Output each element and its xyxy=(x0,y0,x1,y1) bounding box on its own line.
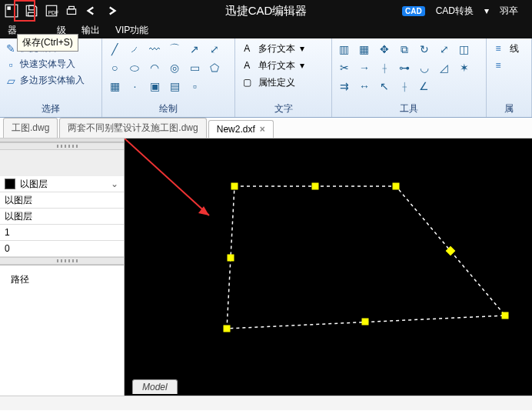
svg-line-8 xyxy=(125,139,209,215)
mtext-button[interactable]: A多行文本▾ xyxy=(240,42,327,55)
leader-tool-icon[interactable]: ↖ xyxy=(377,78,392,94)
svg-rect-6 xyxy=(67,9,75,15)
tab-doc1[interactable]: 工图.dwg xyxy=(3,118,58,138)
line-label: 线 xyxy=(510,42,519,55)
polygon-shape xyxy=(125,139,532,396)
user-name[interactable]: 羽卒 xyxy=(500,5,518,18)
offset-tool-icon[interactable]: ◫ xyxy=(457,42,472,57)
move-tool-icon[interactable]: ✥ xyxy=(377,42,392,57)
svg-rect-10 xyxy=(231,183,238,189)
chamfer-tool-icon[interactable]: ◿ xyxy=(437,60,452,75)
hatch-tool-icon[interactable]: ▦ xyxy=(107,78,122,94)
svg-rect-12 xyxy=(393,183,399,189)
block-tool-icon[interactable]: ▣ xyxy=(147,78,162,94)
rect-tool-icon[interactable]: ▭ xyxy=(187,60,202,75)
panel-grip[interactable] xyxy=(0,142,124,150)
attrdef-button[interactable]: ▢属性定义 xyxy=(240,75,327,89)
prop-row-2[interactable]: 以图层 xyxy=(0,209,124,225)
undo-icon[interactable] xyxy=(85,4,98,18)
svg-text:PDF: PDF xyxy=(48,10,59,15)
pdf-icon[interactable]: PDF xyxy=(45,4,58,18)
line-style-button[interactable]: ≡线 xyxy=(491,42,527,55)
copy-tool-icon[interactable]: ⧉ xyxy=(397,42,412,57)
drawing-canvas[interactable]: Model xyxy=(125,139,532,396)
attrdef-label: 属性定义 xyxy=(258,76,295,89)
redo-icon[interactable] xyxy=(105,4,118,18)
tab-doc1-label: 工图.dwg xyxy=(12,122,49,135)
trim-tool-icon[interactable]: ✂ xyxy=(337,60,352,75)
menu-item-output[interactable]: 输出 xyxy=(74,22,108,38)
lines2-icon[interactable]: ≡ xyxy=(491,58,505,72)
tab-doc2-label: 两套不同别墅设计及施工图.dwg xyxy=(68,122,198,135)
polyline-tool-icon[interactable]: ⟋ xyxy=(127,42,142,57)
join-tool-icon[interactable]: ⊶ xyxy=(397,60,412,75)
svg-rect-14 xyxy=(502,312,508,319)
print-icon[interactable] xyxy=(65,4,78,18)
ray-tool-icon[interactable]: ↗ xyxy=(187,42,202,57)
extend-tool-icon[interactable]: → xyxy=(357,60,372,75)
explode-tool-icon[interactable]: ✶ xyxy=(457,60,472,75)
angle-tool-icon[interactable]: ∠ xyxy=(417,78,432,94)
align-tool-icon[interactable]: ⇉ xyxy=(337,78,352,94)
path-panel: 路径 xyxy=(0,265,124,396)
polygon-tool-icon[interactable]: ⬠ xyxy=(207,60,222,75)
spline-tool-icon[interactable]: 〰 xyxy=(147,42,162,57)
attrdef-icon: ▢ xyxy=(240,75,254,89)
model-tab[interactable]: Model xyxy=(132,379,178,394)
document-tabs: 工图.dwg 两套不同别墅设计及施工图.dwg New2.dxf× xyxy=(0,118,532,139)
title-bar: PDF 迅捷CAD编辑器 CAD CAD转换 ▾ 羽卒 xyxy=(0,0,532,22)
fillet-tool-icon[interactable]: ◡ xyxy=(417,60,432,75)
dropdown-icon[interactable]: ▾ xyxy=(300,60,304,71)
panel-prop-label: 属 xyxy=(491,101,527,115)
tab-doc2[interactable]: 两套不同别墅设计及施工图.dwg xyxy=(59,118,206,138)
arc2-tool-icon[interactable]: ◠ xyxy=(147,60,162,75)
measure-tool-icon[interactable]: ⟊ xyxy=(397,78,412,94)
panel-text: A多行文本▾ A单行文本▾ ▢属性定义 文字 xyxy=(235,38,332,117)
polygon-entity-button[interactable]: ▱多边形实体输入 xyxy=(5,74,97,87)
donut-tool-icon[interactable]: ◎ xyxy=(167,60,182,75)
table-tool-icon[interactable]: ▤ xyxy=(167,78,182,94)
arc-tool-icon[interactable]: ⌒ xyxy=(167,42,182,57)
svg-rect-16 xyxy=(224,326,230,332)
app-title: 迅捷CAD编辑器 xyxy=(225,4,308,18)
prop-row-1[interactable]: 以图层 xyxy=(0,192,124,209)
scale-tool-icon[interactable]: ⤢ xyxy=(437,42,452,57)
fast-entity-label: 快速实体导入 xyxy=(20,58,75,71)
panel-text-label: 文字 xyxy=(240,101,327,115)
line-tool-icon[interactable]: ╱ xyxy=(107,42,122,57)
xline-tool-icon[interactable]: ⤢ xyxy=(207,42,222,57)
ribbon: ✎快捷编辑 ▫快速实体导入 ▱多边形实体输入 选择 ╱ ⟋ 〰 ⌒ ↗ ⤢ ○ … xyxy=(0,38,532,118)
prop-row-3[interactable]: 1 xyxy=(0,225,124,241)
break-tool-icon[interactable]: ⟊ xyxy=(377,60,392,75)
close-icon[interactable]: × xyxy=(260,124,265,135)
chevron-down-icon[interactable]: ⌄ xyxy=(110,179,119,189)
box-tool-icon[interactable]: ▫ xyxy=(187,78,202,94)
ellipse-tool-icon[interactable]: ⬭ xyxy=(127,60,142,75)
panel-tools-label: 工具 xyxy=(337,101,481,115)
array-tool-icon[interactable]: ▦ xyxy=(357,42,372,57)
menu-item-vip[interactable]: VIP功能 xyxy=(108,22,156,38)
panel-prop: ≡线 ≡ 属 xyxy=(487,38,532,117)
stext-button[interactable]: A单行文本▾ xyxy=(240,58,327,72)
svg-rect-3 xyxy=(28,12,35,16)
menu-bar: 器 编辑器 级 输出 VIP功能 xyxy=(0,22,532,38)
fast-entity-import-button[interactable]: ▫快速实体导入 xyxy=(5,58,97,71)
tab-doc3[interactable]: New2.dxf× xyxy=(208,120,274,138)
dim-tool-icon[interactable]: ↔ xyxy=(357,78,372,94)
mirror-tool-icon[interactable]: ▥ xyxy=(337,42,352,57)
circle-tool-icon[interactable]: ○ xyxy=(107,60,122,75)
dropdown-icon[interactable]: ▾ xyxy=(300,43,304,54)
save-icon[interactable] xyxy=(25,4,38,18)
rotate-tool-icon[interactable]: ↻ xyxy=(417,42,432,57)
svg-rect-7 xyxy=(69,6,75,8)
cad-convert-link[interactable]: CAD转换 xyxy=(436,5,474,18)
color-swatch-icon xyxy=(5,179,15,189)
status-bar xyxy=(0,396,532,410)
layer-selector-row[interactable]: 以图层 ⌄ xyxy=(0,176,124,192)
polygon-entity-label: 多边形实体输入 xyxy=(20,74,85,87)
prop-row-4[interactable]: 0 xyxy=(0,241,124,257)
panel-grip-2[interactable] xyxy=(0,257,124,265)
dropdown-icon[interactable]: ▾ xyxy=(484,5,489,16)
point-tool-icon[interactable]: · xyxy=(127,78,142,94)
app-menu-icon[interactable] xyxy=(5,4,18,18)
